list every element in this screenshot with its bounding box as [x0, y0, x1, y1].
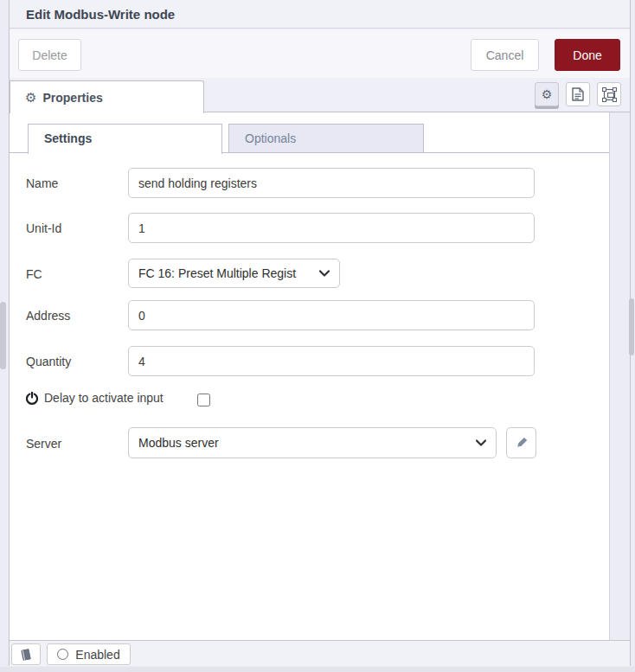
quantity-label: Quantity — [26, 355, 71, 368]
tab-optionals[interactable]: Optionals — [228, 124, 424, 153]
delete-button[interactable]: Delete — [18, 39, 81, 71]
fc-select[interactable]: FC 16: Preset Multiple Regist — [128, 259, 340, 288]
settings-tab-label: Settings — [44, 131, 92, 145]
gear-icon: ⚙ — [25, 90, 36, 106]
server-select[interactable]: Modbus server — [128, 427, 497, 458]
gear-icon: ⚙ — [542, 87, 553, 101]
unit-id-label: Unit-Id — [26, 221, 61, 235]
name-label: Name — [26, 176, 58, 190]
description-icon-button[interactable] — [566, 82, 590, 106]
optionals-tab-label: Optionals — [245, 131, 296, 145]
cancel-button[interactable]: Cancel — [471, 39, 539, 71]
dialog-title: Edit Modbus-Write node — [26, 0, 175, 29]
selection-group-icon — [602, 87, 617, 102]
delay-row: Delay to activate input — [10, 391, 609, 410]
left-scrollbar-thumb[interactable] — [0, 302, 6, 369]
delay-label: Delay to activate input — [44, 391, 164, 405]
page-bottom-edge — [0, 667, 635, 672]
enabled-toggle-button[interactable]: Enabled — [47, 643, 131, 665]
address-input[interactable] — [128, 300, 535, 330]
edit-server-button[interactable] — [506, 427, 536, 458]
tray-toolbar: Delete Cancel Done — [10, 29, 630, 78]
properties-tab-label: Properties — [42, 91, 102, 105]
properties-tabbar: ⚙ Properties ⚙ — [10, 78, 630, 112]
tab-properties[interactable]: ⚙ Properties — [10, 80, 204, 113]
properties-panel: Settings Optionals Name Unit-Id FC FC 16… — [10, 112, 610, 640]
editor-backdrop: Edit Modbus-Write node Delete Cancel Don… — [0, 0, 635, 672]
unit-id-input[interactable] — [128, 213, 535, 243]
delay-checkbox[interactable] — [197, 394, 210, 406]
tray-footer: Enabled — [10, 640, 630, 666]
delay-label-wrap: Delay to activate input — [26, 391, 164, 405]
node-description-button[interactable] — [11, 643, 41, 665]
server-label: Server — [26, 437, 61, 451]
tray-header: Edit Modbus-Write node — [10, 0, 630, 29]
enabled-label: Enabled — [75, 648, 119, 662]
enabled-status-icon — [57, 649, 68, 660]
quantity-input[interactable] — [128, 346, 535, 376]
right-scrollbar-thumb[interactable] — [629, 298, 634, 355]
fc-label: FC — [26, 267, 42, 281]
address-label: Address — [26, 309, 70, 323]
name-input[interactable] — [128, 168, 535, 198]
pencil-icon — [515, 437, 528, 450]
done-button[interactable]: Done — [555, 39, 620, 71]
power-icon — [26, 392, 38, 405]
appearance-icon-button[interactable] — [597, 82, 621, 106]
book-icon — [19, 648, 33, 662]
document-icon — [572, 87, 584, 101]
properties-icon-button[interactable]: ⚙ — [535, 82, 559, 106]
tab-settings[interactable]: Settings — [28, 124, 222, 154]
edit-node-tray: Edit Modbus-Write node Delete Cancel Don… — [9, 0, 631, 666]
